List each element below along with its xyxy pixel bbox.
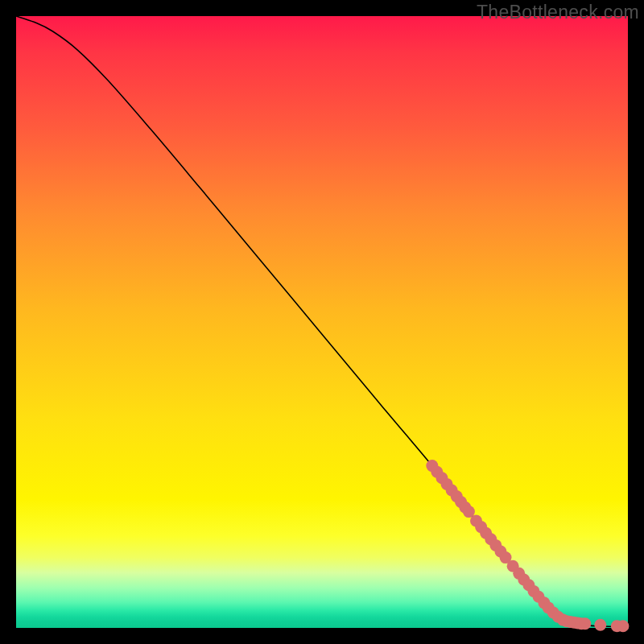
curve-line <box>16 16 628 626</box>
plot-area <box>16 16 628 628</box>
scatter-point <box>579 617 591 630</box>
watermark-label: TheBottleneck.com <box>477 2 639 23</box>
chart-frame: TheBottleneck.com <box>0 0 644 644</box>
scatter-point <box>594 619 606 631</box>
curve-layer <box>16 16 628 628</box>
scatter-group <box>426 460 629 632</box>
scatter-point <box>617 620 629 632</box>
